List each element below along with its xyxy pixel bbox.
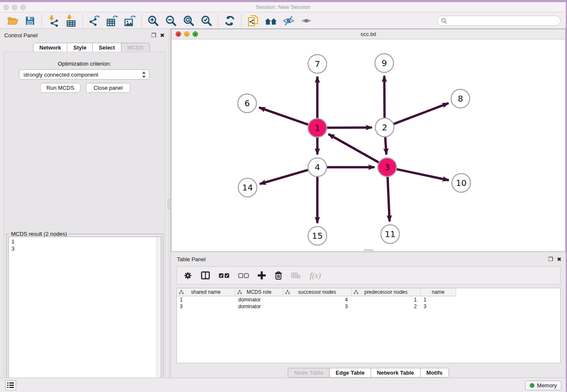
- task-history-button[interactable]: [5, 380, 16, 390]
- export-table-button[interactable]: [103, 14, 121, 28]
- column-header-predecessor-nodes[interactable]: predecessor nodes: [352, 288, 421, 296]
- network-graph[interactable]: 7968124314101511: [171, 39, 565, 251]
- clone-network-button[interactable]: [244, 14, 262, 28]
- list-icon: [7, 382, 14, 388]
- first-neighbors-button[interactable]: [262, 14, 280, 28]
- mcds-result-textarea[interactable]: 1 3: [8, 237, 161, 392]
- memory-button[interactable]: Memory: [525, 381, 561, 390]
- graph-edge-3-10[interactable]: [396, 169, 449, 180]
- table-cell[interactable]: 1: [352, 296, 421, 303]
- criterion-dropdown[interactable]: strongly connected component: [19, 69, 149, 80]
- table-cell[interactable]: 3: [421, 303, 456, 310]
- graph-node-8[interactable]: 8: [451, 89, 470, 108]
- table-cell[interactable]: 3: [283, 303, 352, 310]
- open-session-button[interactable]: [3, 14, 21, 28]
- zoom-selected-button[interactable]: [198, 14, 215, 28]
- tab-motifs[interactable]: Motifs: [421, 368, 449, 378]
- network-window-title: scc.txt: [171, 31, 565, 37]
- table-cell[interactable]: 1: [177, 296, 235, 303]
- deselect-all-icon: [238, 273, 249, 278]
- zoom-fit-button[interactable]: [180, 14, 198, 28]
- search-field[interactable]: [437, 16, 561, 26]
- graph-node-2[interactable]: 2: [375, 118, 394, 137]
- graph-node-label: 1: [315, 123, 320, 133]
- graph-node-4[interactable]: 4: [308, 158, 327, 177]
- graph-node-10[interactable]: 10: [452, 174, 471, 192]
- table-panel-close-button[interactable]: ✖: [557, 256, 561, 262]
- show-all-button[interactable]: [297, 14, 315, 28]
- table-deselect-all-button[interactable]: [238, 273, 249, 278]
- hide-selected-button[interactable]: [280, 14, 297, 28]
- graph-edge-2-3[interactable]: [385, 136, 386, 155]
- toolbar-separator: [41, 14, 42, 27]
- graph-edge-1-6[interactable]: [259, 108, 309, 125]
- zoom-out-button[interactable]: [162, 14, 180, 28]
- control-panel-float-button[interactable]: ❐: [151, 32, 156, 39]
- close-panel-button[interactable]: Close panel: [86, 83, 130, 93]
- column-header-name[interactable]: name: [421, 288, 456, 296]
- control-panel-tabs: Network Style Select MCDS: [33, 43, 150, 52]
- graph-node-6[interactable]: 6: [238, 94, 256, 113]
- import-table-button[interactable]: [62, 14, 80, 28]
- table-panel-float-button[interactable]: ❐: [548, 256, 553, 262]
- tab-style[interactable]: Style: [67, 43, 93, 52]
- column-header-mcds-role[interactable]: MCDS role: [235, 288, 283, 296]
- table-row[interactable]: 1 dominator 4 1 1: [177, 296, 560, 303]
- search-input[interactable]: [447, 17, 560, 25]
- houses-icon: [264, 15, 277, 27]
- table-header-row: shared name MCDS role successor nodes pr…: [177, 288, 560, 296]
- toolbar-separator: [241, 14, 242, 27]
- column-header-shared-name[interactable]: shared name: [177, 288, 235, 296]
- hierarchy-icon: [179, 290, 184, 295]
- hierarchy-icon: [354, 290, 358, 295]
- trash-icon: [275, 271, 282, 280]
- tab-node-table[interactable]: Node Table: [288, 368, 330, 378]
- save-session-button[interactable]: [21, 14, 39, 28]
- column-header-successor-nodes[interactable]: successor nodes: [283, 288, 352, 296]
- mcds-result-groupbox: MCDS result (2 nodes) 1 3: [6, 234, 163, 392]
- tab-network-table[interactable]: Network Table: [371, 368, 421, 378]
- graph-edge-4-14[interactable]: [260, 170, 309, 184]
- export-table-icon: [106, 15, 118, 27]
- zoom-in-button[interactable]: [144, 14, 162, 28]
- table-cell[interactable]: 3: [177, 303, 235, 310]
- tab-edge-table[interactable]: Edge Table: [330, 368, 371, 378]
- graph-edge-3-1[interactable]: [328, 134, 380, 163]
- tab-select[interactable]: Select: [93, 43, 121, 52]
- table-select-all-button[interactable]: [219, 273, 229, 278]
- graph-edge-3-11[interactable]: [388, 176, 390, 221]
- tab-mcds[interactable]: MCDS: [121, 43, 150, 52]
- apply-layout-button[interactable]: [221, 14, 239, 28]
- table-split-view-button[interactable]: [201, 271, 210, 279]
- run-mcds-button[interactable]: Run MCDS: [40, 83, 80, 93]
- result-scrollbar[interactable]: [156, 237, 161, 392]
- table-settings-button[interactable]: [184, 271, 192, 280]
- table-cell[interactable]: dominator: [235, 296, 283, 303]
- tab-network[interactable]: Network: [33, 43, 67, 52]
- table-cell[interactable]: 2: [352, 303, 421, 310]
- graph-node-11[interactable]: 11: [381, 225, 399, 243]
- graph-node-3[interactable]: 3: [378, 158, 396, 177]
- graph-node-14[interactable]: 14: [238, 178, 257, 197]
- graph-node-label: 11: [385, 229, 395, 239]
- table-cell[interactable]: 1: [421, 296, 456, 303]
- graph-node-9[interactable]: 9: [375, 54, 394, 72]
- export-network-button[interactable]: [85, 14, 103, 28]
- table-row[interactable]: 3 dominator 3 2 3: [177, 303, 560, 310]
- import-table-icon: [65, 15, 77, 27]
- import-network-button[interactable]: [44, 14, 62, 28]
- result-line: 1: [11, 238, 161, 245]
- table-cell[interactable]: dominator: [235, 303, 283, 310]
- graph-edge-2-9[interactable]: [384, 76, 385, 119]
- graph-node-1[interactable]: 1: [308, 119, 327, 137]
- table-cell[interactable]: 4: [283, 296, 352, 303]
- graph-edge-2-8[interactable]: [393, 103, 449, 124]
- table-delete-row-button[interactable]: [275, 271, 282, 280]
- graph-node-7[interactable]: 7: [308, 55, 327, 73]
- graph-edge-1-2[interactable]: [326, 127, 372, 128]
- control-panel-close-button[interactable]: ✖: [160, 32, 165, 39]
- export-image-button[interactable]: [121, 14, 139, 28]
- graph-node-15[interactable]: 15: [308, 226, 327, 245]
- node-table[interactable]: shared name MCDS role successor nodes pr…: [176, 288, 561, 363]
- table-add-button[interactable]: [258, 271, 266, 279]
